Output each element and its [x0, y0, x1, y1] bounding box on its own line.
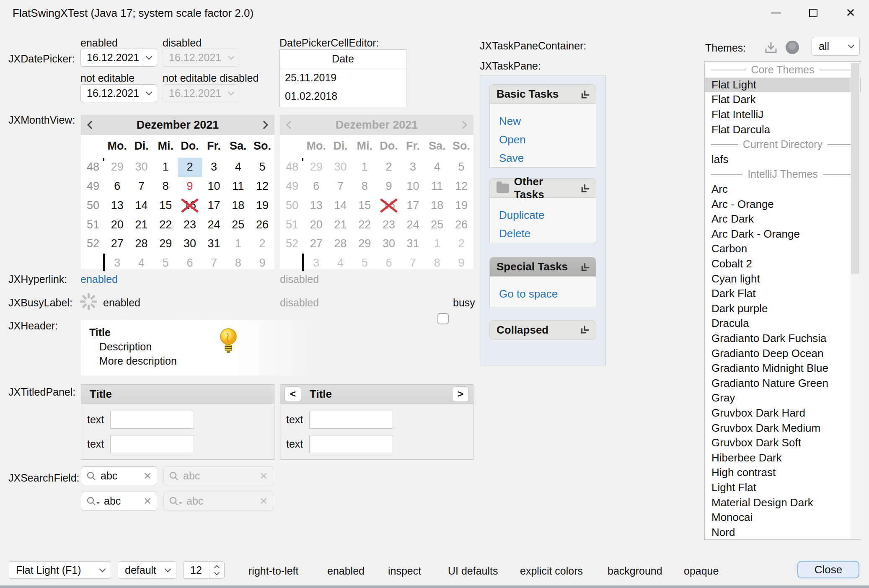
- calendar-day-cell[interactable]: 31: [202, 234, 226, 254]
- calendar-day-cell[interactable]: 1: [153, 158, 178, 177]
- calendar-day-cell[interactable]: 23: [178, 215, 202, 234]
- calendar-day-cell[interactable]: 8: [153, 177, 178, 196]
- calendar-day-cell[interactable]: 27: [105, 234, 129, 254]
- theme-list-item[interactable]: Gray: [705, 391, 861, 406]
- theme-list-item[interactable]: Gruvbox Dark Soft: [705, 435, 861, 451]
- calendar-day-cell[interactable]: 9: [250, 254, 274, 273]
- scrollbar-thumb[interactable]: [851, 63, 859, 274]
- scrollbar-track[interactable]: [851, 62, 860, 539]
- calendar-day-cell[interactable]: 29: [105, 158, 129, 177]
- calendar-day-cell[interactable]: 24: [202, 215, 226, 234]
- clear-icon[interactable]: ✕: [143, 470, 152, 482]
- calendar-day-cell[interactable]: 2: [250, 234, 274, 254]
- theme-list-item[interactable]: Flat Dark: [705, 92, 861, 107]
- theme-list-item[interactable]: Arc - Orange: [705, 197, 861, 212]
- download-icon[interactable]: [764, 41, 778, 54]
- monthview-enabled[interactable]: Dezember 2021 Mo.Di.Mi.Do.Fr.Sa.So.48293…: [81, 115, 274, 269]
- prev-month-icon[interactable]: [87, 121, 96, 129]
- calendar-day-cell[interactable]: 6: [178, 254, 202, 273]
- checkbox-label[interactable]: opaque: [684, 565, 719, 577]
- calendar-day-cell[interactable]: 28: [129, 234, 154, 254]
- theme-list-item[interactable]: Arc Dark: [705, 212, 861, 227]
- theme-list-item[interactable]: Flat Darcula: [705, 122, 861, 137]
- calendar-day-cell[interactable]: 14: [129, 196, 154, 215]
- theme-list-item[interactable]: Monocai: [705, 510, 861, 525]
- checkbox-label[interactable]: right-to-left: [248, 565, 298, 577]
- checkbox-label[interactable]: enabled: [327, 565, 365, 577]
- spinner-down-icon[interactable]: [214, 570, 220, 575]
- calendar-day-cell[interactable]: 11: [226, 177, 250, 196]
- celleditor-column-header[interactable]: Date: [280, 50, 406, 68]
- titledpanel-prev-button[interactable]: <: [284, 386, 301, 402]
- calendar-day-cell[interactable]: 25: [226, 215, 250, 234]
- calendar-day-cell[interactable]: 29: [153, 234, 178, 254]
- task-link[interactable]: New: [499, 114, 596, 129]
- theme-list-item[interactable]: lafs: [705, 152, 861, 167]
- text-input[interactable]: [309, 435, 393, 453]
- theme-list-item[interactable]: Cyan light: [705, 271, 861, 286]
- calendar-day-cell[interactable]: 21: [129, 215, 154, 234]
- calendar-day-cell[interactable]: 19: [250, 196, 274, 215]
- collapse-icon[interactable]: [579, 182, 591, 194]
- theme-list-item[interactable]: Dark Flat: [705, 286, 861, 301]
- maximize-button[interactable]: [799, 0, 828, 26]
- theme-list-item[interactable]: Nord: [705, 525, 861, 540]
- theme-list-item[interactable]: Arc: [705, 182, 861, 197]
- checkbox-label[interactable]: inspect: [388, 565, 421, 577]
- clear-icon[interactable]: ✕: [143, 495, 152, 507]
- calendar-day-cell[interactable]: 8: [226, 254, 250, 273]
- spinner-buttons[interactable]: [209, 562, 224, 578]
- font-combobox[interactable]: default: [118, 561, 176, 579]
- close-button[interactable]: Close: [797, 561, 859, 578]
- close-window-button[interactable]: ✕: [836, 0, 865, 26]
- calendar-day-cell[interactable]: 9: [178, 177, 202, 196]
- search-input[interactable]: abc: [101, 470, 139, 482]
- busy-checkbox-label[interactable]: busy: [453, 297, 475, 309]
- calendar-day-cell[interactable]: 17: [202, 196, 226, 215]
- theme-list-item[interactable]: Flat IntelliJ: [705, 107, 861, 122]
- calendar-day-cell[interactable]: 13: [105, 196, 129, 215]
- task-link[interactable]: Duplicate: [499, 208, 596, 223]
- search-input[interactable]: abc: [104, 495, 139, 507]
- checkbox-label[interactable]: explicit colors: [520, 565, 583, 577]
- expand-icon[interactable]: [579, 324, 591, 337]
- calendar-day-cell[interactable]: 15: [153, 196, 178, 215]
- text-input[interactable]: [110, 435, 194, 453]
- theme-list-item[interactable]: Material Design Dark: [705, 495, 861, 510]
- checkbox-label[interactable]: UI defaults: [448, 565, 498, 577]
- calendar-day-cell[interactable]: 22: [153, 215, 178, 234]
- calendar-day-cell[interactable]: 12: [250, 177, 274, 196]
- search-field-menu-enabled[interactable]: abc ✕: [81, 492, 157, 510]
- theme-list-item[interactable]: Arc Dark - Orange: [705, 227, 861, 242]
- calendar-day-cell[interactable]: 18: [226, 196, 250, 215]
- search-field-enabled[interactable]: abc ✕: [81, 466, 157, 485]
- celleditor-table[interactable]: Date 25.11.2019 01.02.2018: [279, 49, 406, 107]
- next-month-icon[interactable]: [260, 121, 268, 129]
- themes-filter-combobox[interactable]: all: [812, 37, 860, 56]
- calendar-day-cell[interactable]: 26: [250, 215, 274, 234]
- theme-list-item[interactable]: Hiberbee Dark: [705, 450, 861, 465]
- datepicker-dropdown-icon[interactable]: [141, 85, 157, 102]
- calendar-day-cell[interactable]: 4: [129, 254, 154, 273]
- font-size-spinner[interactable]: 12: [183, 561, 225, 579]
- taskpane-header[interactable]: Collapsed: [489, 320, 596, 340]
- laf-combobox[interactable]: Flat Light (F1): [9, 561, 111, 579]
- theme-list-item[interactable]: Gruvbox Dark Medium: [705, 420, 861, 435]
- text-input[interactable]: [309, 411, 393, 429]
- calendar-day-cell[interactable]: 4: [226, 158, 250, 177]
- spinner-up-icon[interactable]: [214, 565, 220, 570]
- calendar-day-cell[interactable]: 30: [178, 234, 202, 254]
- titledpanel-next-button[interactable]: >: [452, 386, 469, 402]
- calendar-day-cell[interactable]: 2: [178, 158, 202, 177]
- task-link[interactable]: Go to space: [499, 287, 596, 301]
- task-link[interactable]: Open: [499, 132, 596, 147]
- checkbox-label[interactable]: background: [608, 565, 662, 577]
- theme-list-item[interactable]: Dracula: [705, 316, 861, 331]
- calendar-day-cell[interactable]: 7: [202, 254, 226, 273]
- table-row[interactable]: 01.02.2018: [280, 87, 406, 105]
- calendar-day-cell[interactable]: 5: [153, 254, 178, 273]
- github-icon[interactable]: [784, 39, 800, 55]
- calendar-day-cell[interactable]: 10: [202, 177, 226, 196]
- theme-list-item[interactable]: Gradianto Dark Fuchsia: [705, 331, 861, 346]
- busy-checkbox[interactable]: [437, 313, 449, 324]
